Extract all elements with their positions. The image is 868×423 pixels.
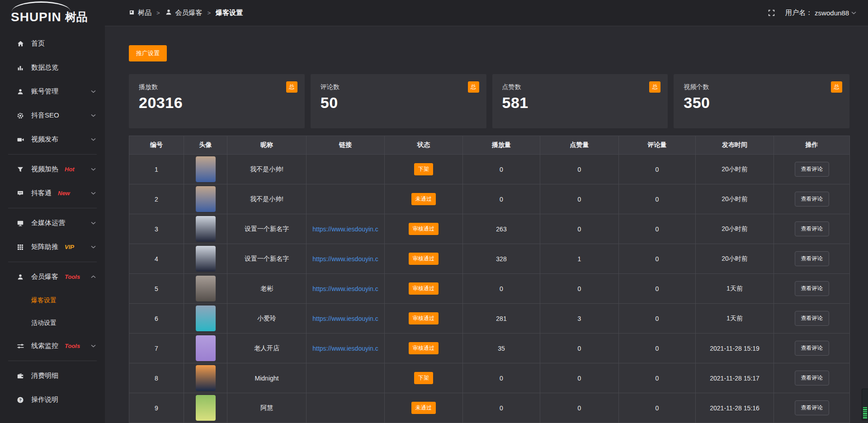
cell-plays: 0 (463, 393, 540, 423)
view-comments-button[interactable]: 查看评论 (795, 221, 829, 236)
stat-card: 点赞数581总 (492, 74, 668, 128)
sidebar-divider (8, 208, 97, 208)
cell-comments: 0 (619, 155, 696, 184)
cell-avatar (184, 244, 227, 274)
videos-table-wrap: 编号头像昵称链接状态播放量点赞量评论量发布时间操作 1我不是小帅!下架00020… (129, 136, 849, 423)
topbar: 树品>会员爆客>爆客设置 用户名：zswodun88 (105, 0, 868, 26)
sidebar-item-matrix-boost[interactable]: 矩阵助推VIP (0, 235, 105, 259)
cell-number: 4 (129, 244, 184, 274)
cell-link (307, 363, 385, 393)
view-comments-button[interactable]: 查看评论 (795, 371, 829, 385)
cell-avatar (184, 334, 227, 363)
cell-likes: 0 (540, 334, 619, 363)
cell-number: 9 (129, 393, 184, 423)
cell-nickname: 我不是小帅! (227, 184, 307, 214)
cell-action: 查看评论 (774, 274, 850, 304)
badge-tools: Tools (65, 343, 80, 349)
avatar (196, 276, 216, 301)
sidebar-item-label: 矩阵助推 (31, 243, 58, 251)
video-link[interactable]: https://www.iesdouyin.c (312, 315, 378, 322)
sidebar-divider (8, 154, 97, 155)
cell-comments: 0 (619, 184, 696, 214)
cell-link: https://www.iesdouyin.c (307, 304, 385, 334)
cell-number: 6 (129, 304, 184, 334)
avatar (196, 156, 216, 182)
stat-card-value: 581 (502, 94, 658, 112)
sidebar-submenu: 爆客设置活动设置 (0, 289, 105, 334)
video-link[interactable]: https://www.iesdouyin.c (312, 255, 378, 263)
logo[interactable]: SHUPIN 树品 (0, 0, 105, 29)
stat-card-label: 点赞数 (502, 83, 658, 91)
sidebar-item-label: 消费明细 (31, 371, 58, 380)
sidebar-item-douyin-seo[interactable]: 抖音SEO (0, 103, 105, 127)
cell-number: 5 (129, 274, 184, 304)
cell-avatar (184, 363, 227, 393)
cell-likes: 0 (540, 214, 619, 244)
cell-plays: 328 (463, 244, 540, 274)
promo-settings-button[interactable]: 推广设置 (129, 45, 167, 61)
status-badge: 审核通过 (409, 253, 439, 265)
sidebar-item-label: 视频加热 (31, 165, 58, 174)
sidebar-item-video-publish[interactable]: 视频发布 (0, 127, 105, 151)
cell-action: 查看评论 (774, 184, 850, 214)
video-link[interactable]: https://www.iesdouyin.c (312, 226, 378, 233)
sidebar-item-omni-media[interactable]: 全媒体运营 (0, 211, 105, 235)
breadcrumb-label: 会员爆客 (175, 9, 203, 17)
sidebar-item-label: 抖客通 (31, 189, 52, 197)
table-row: 6小爱玲https://www.iesdouyin.c审核通过281301天前查… (129, 304, 850, 334)
stat-card: 视频个数350总 (674, 74, 849, 128)
sidebar-item-member-baoke[interactable]: 会员爆客Tools (0, 265, 105, 289)
breadcrumb-item-baoke-settings[interactable]: 爆客设置 (216, 9, 243, 17)
breadcrumb-separator: > (208, 9, 211, 16)
monitor-icon (16, 220, 24, 227)
fullscreen-icon[interactable] (768, 9, 775, 17)
view-comments-button[interactable]: 查看评论 (795, 400, 829, 415)
cell-time: 20小时前 (696, 214, 774, 244)
gear-icon (16, 112, 24, 119)
stat-card: 评论数50总 (311, 74, 486, 128)
sidebar-item-video-heat[interactable]: 视频加热Hot (0, 157, 105, 181)
cell-link (307, 393, 385, 423)
help-icon: ? (16, 396, 24, 404)
cell-link (307, 184, 385, 214)
sidebar-item-consume-detail[interactable]: 消费明细 (0, 364, 105, 388)
sidebar-item-data-overview[interactable]: 数据总览 (0, 56, 105, 80)
sidebar-item-baoke-settings[interactable]: 爆客设置 (0, 289, 105, 311)
column-header: 头像 (184, 136, 227, 155)
sidebar-divider (8, 262, 97, 262)
video-link[interactable]: https://www.iesdouyin.c (312, 285, 378, 292)
cell-action: 查看评论 (774, 393, 850, 423)
breadcrumb-item-member-baoke[interactable]: 会员爆客 (165, 9, 203, 17)
chevron-up-icon (91, 275, 96, 278)
video-link[interactable]: https://www.iesdouyin.c (312, 345, 378, 352)
sidebar-item-clue-monitor[interactable]: 线索监控Tools (0, 334, 105, 358)
chart-icon (16, 64, 24, 71)
cell-time: 2021-11-28 15:19 (696, 334, 774, 363)
view-comments-button[interactable]: 查看评论 (795, 311, 829, 326)
main-content: 推广设置 播放数20316总评论数50总点赞数581总视频个数350总 编号头像… (105, 26, 868, 423)
view-comments-button[interactable]: 查看评论 (795, 281, 829, 296)
status-badge: 未通过 (411, 402, 436, 414)
cell-avatar (184, 274, 227, 304)
cell-number: 7 (129, 334, 184, 363)
corner-widget[interactable] (862, 389, 868, 420)
user-menu[interactable]: 用户名：zswodun88 (785, 9, 856, 17)
view-comments-button[interactable]: 查看评论 (795, 162, 829, 177)
svg-text:?: ? (19, 397, 22, 402)
breadcrumb-item-shupin[interactable]: 树品 (129, 9, 151, 17)
sidebar-item-help[interactable]: ?操作说明 (0, 388, 105, 412)
sidebar-item-home[interactable]: 首页 (0, 32, 105, 56)
sidebar-item-activity-settings[interactable]: 活动设置 (0, 311, 105, 334)
cell-time: 20小时前 (696, 244, 774, 274)
sidebar-item-douketong[interactable]: 抖客通New (0, 181, 105, 205)
total-badge: 总 (286, 81, 297, 93)
sidebar-item-label: 会员爆客 (31, 273, 58, 281)
view-comments-button[interactable]: 查看评论 (795, 341, 829, 356)
sidebar-item-account-manage[interactable]: 账号管理 (0, 80, 105, 103)
sidebar-menu: 首页数据总览账号管理抖音SEO视频发布视频加热Hot抖客通New全媒体运营矩阵助… (0, 32, 105, 412)
view-comments-button[interactable]: 查看评论 (795, 192, 829, 207)
cell-action: 查看评论 (774, 334, 850, 363)
cell-status: 审核通过 (385, 214, 463, 244)
view-comments-button[interactable]: 查看评论 (795, 251, 829, 266)
cell-avatar (184, 214, 227, 244)
